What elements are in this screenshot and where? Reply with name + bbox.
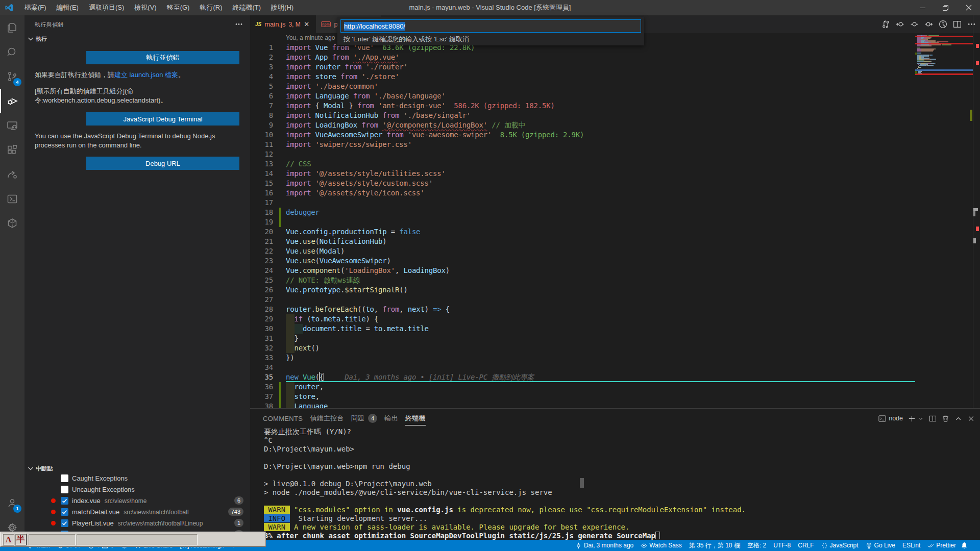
minimap[interactable] — [915, 33, 973, 408]
status-item-watch-sass[interactable]: Watch Sass — [637, 540, 685, 551]
breakpoint-exception-row[interactable]: Uncaught Exceptions — [24, 484, 250, 495]
line-number: 33 — [250, 353, 273, 363]
menu-7[interactable]: 說明(H) — [266, 0, 299, 15]
debug-url-button[interactable]: Debug URL — [86, 157, 239, 170]
menu-1[interactable]: 編輯(E) — [52, 0, 84, 15]
more-actions-icon[interactable] — [235, 20, 243, 28]
breakpoint-path: src\views\home — [105, 497, 147, 505]
status-item-dai-3-months-ago[interactable]: Dai, 3 months ago — [572, 540, 637, 551]
run-section-header[interactable]: 執行 — [24, 33, 250, 44]
line-number: 21 — [250, 237, 273, 246]
status-item-prettier[interactable]: Prettier — [924, 540, 960, 551]
panel-tab-輸出[interactable]: 輸出 — [384, 409, 398, 428]
menu-0[interactable]: 檔案(F) — [19, 0, 52, 15]
close-tab-icon[interactable]: ✕ — [303, 20, 311, 28]
url-input[interactable]: http://localhost:8080/ — [340, 19, 641, 33]
code-text: router, — [286, 382, 324, 392]
checkbox-checked[interactable] — [61, 519, 68, 527]
terminal-scroll-artifact — [580, 478, 584, 488]
line-number: 11 — [250, 140, 273, 149]
split-terminal-icon[interactable] — [929, 415, 937, 422]
code-line-30: 30 document.title = to.meta.title — [250, 324, 915, 334]
line-number: 32 — [250, 343, 273, 353]
activity-search[interactable] — [0, 40, 24, 64]
panel-tab-偵錯主控台[interactable]: 偵錯主控台 — [310, 409, 344, 428]
checkbox-unchecked[interactable] — [61, 486, 68, 493]
status-item--2[interactable]: 空格: 2 — [744, 540, 770, 551]
restore-icon[interactable] — [934, 0, 957, 15]
code-line-28: 28router.beforeEach((to, from, next) => … — [250, 305, 915, 314]
status-item-crlf[interactable]: CRLF — [794, 540, 817, 551]
checkbox-checked[interactable] — [61, 497, 68, 505]
terminal-select[interactable]: node — [878, 415, 903, 422]
status-item-go-live[interactable]: Go Live — [862, 540, 899, 551]
terminal-line: > node ./node_modules/@vue/cli-service/b… — [264, 488, 746, 497]
launch-json-link[interactable]: 建立 launch.json 檔案 — [114, 71, 178, 79]
js-debug-terminal-button[interactable]: JavaScript Debug Terminal — [86, 112, 239, 126]
chevron-down-icon[interactable] — [918, 415, 924, 422]
new-terminal-icon[interactable] — [908, 415, 916, 422]
panel-tab-問題[interactable]: 問題4 — [351, 409, 378, 428]
close-panel-icon[interactable] — [967, 415, 975, 422]
code-text: store, — [286, 392, 320, 402]
maximize-panel-icon[interactable] — [954, 415, 962, 422]
menu-3[interactable]: 檢視(V) — [129, 0, 161, 15]
code-text: import router from './router' — [286, 62, 408, 72]
blame-toggle-icon[interactable] — [939, 20, 947, 29]
code-text: // NOTE: 啟動ws連線 — [286, 276, 360, 285]
compare-changes-icon[interactable] — [881, 20, 890, 29]
panel-tab-COMMENTS[interactable]: COMMENTS — [263, 409, 303, 428]
status-item-eslint[interactable]: ESLint — [899, 540, 924, 551]
status-item-javascript[interactable]: JavaScript — [818, 540, 862, 551]
breakpoint-count-badge: 743 — [228, 508, 243, 516]
line-number: 26 — [250, 285, 273, 295]
activity-powershell[interactable] — [0, 187, 24, 211]
next-change-icon[interactable] — [924, 20, 933, 29]
menu-4[interactable]: 移至(G) — [162, 0, 195, 15]
close-window-icon[interactable] — [957, 0, 980, 15]
activity-extensions[interactable] — [0, 138, 24, 162]
breakpoint-row[interactable]: PlayerList.vuesrc\views\match\football\L… — [24, 517, 250, 529]
line-number: 2 — [250, 53, 273, 62]
activity-account[interactable]: 1 — [0, 491, 24, 515]
terminal-output[interactable]: 要終止批次工作嗎 (Y/N)?^CD:\Project\mayun.web>D:… — [264, 428, 746, 540]
activity-source-control[interactable]: 4 — [0, 64, 24, 89]
breakpoint-row[interactable]: matchDetail.vuesrc\views\match\football7… — [24, 506, 250, 517]
breakpoint-row[interactable]: index.vuesrc\views\home6 — [24, 495, 250, 506]
ime-mode-button[interactable]: A — [3, 534, 14, 545]
code-text: next() — [286, 343, 320, 353]
kill-terminal-icon[interactable] — [942, 415, 949, 422]
line-number: 28 — [250, 305, 273, 314]
mid-change-icon[interactable] — [910, 20, 919, 29]
checkbox-checked[interactable] — [61, 508, 68, 516]
status-item--35-10-[interactable]: 第 35 行，第 10 欄 — [685, 540, 744, 551]
code-line-19: 19 — [250, 217, 915, 227]
activity-remote-explorer[interactable] — [0, 113, 24, 138]
run-and-debug-button[interactable]: 執行並偵錯 — [86, 51, 239, 64]
activity-hexagon[interactable] — [0, 211, 24, 236]
prev-change-icon[interactable] — [896, 20, 904, 29]
activity-explorer[interactable] — [0, 15, 24, 40]
menu-5[interactable]: 執行(R) — [194, 0, 227, 15]
code-line-9: 9import LoadingBox from '@/components/Lo… — [250, 120, 915, 130]
code-text: Vue.use(NotificationHub) — [286, 237, 387, 246]
breakpoint-exception-row[interactable]: Caught Exceptions — [24, 472, 250, 484]
menu-2[interactable]: 選取項目(S) — [84, 0, 129, 15]
menu-6[interactable]: 終端機(T) — [227, 0, 266, 15]
split-editor-icon[interactable] — [953, 20, 962, 29]
line-number: 31 — [250, 334, 273, 343]
code-text: import NotificationHub from './base/sing… — [286, 111, 471, 120]
code-line-7: 7import { Modal } from 'ant-design-vue' … — [250, 101, 915, 111]
tab-main.js[interactable]: JSmain.js3, M✕ — [250, 15, 316, 33]
notifications-bell-icon[interactable] — [961, 540, 980, 551]
activity-run-debug[interactable] — [0, 89, 24, 113]
codelens-blame[interactable]: You, a minute ago — [286, 33, 335, 43]
checkbox-unchecked[interactable] — [61, 474, 68, 482]
activity-live-share[interactable] — [0, 162, 24, 187]
status-item-utf-8[interactable]: UTF-8 — [770, 540, 794, 551]
panel-tab-終端機[interactable]: 終端機 — [405, 409, 426, 428]
code-line-18: 18debugger — [250, 208, 915, 217]
code-area[interactable]: 1import Vue from 'vue' 63.6K (gzipped: 2… — [250, 43, 915, 411]
minimize-icon[interactable] — [911, 0, 934, 15]
ime-width-button[interactable]: 半 — [15, 534, 27, 545]
